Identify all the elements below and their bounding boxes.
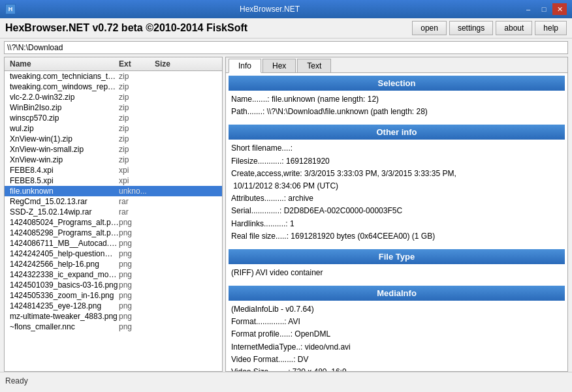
title-bar-title: HexBrowser.NET: [20, 5, 520, 14]
file-list-header: Name Ext Size: [5, 57, 222, 71]
file-name: 1424085024_Programs_alt.png: [5, 218, 119, 227]
info-line: Format.............: AVI: [231, 316, 562, 328]
col-ext-header: Ext: [119, 59, 155, 68]
info-line: Attributes.........: archive: [231, 192, 562, 205]
info-line: InternetMediaType..: video/vnd.avi: [231, 341, 562, 354]
file-name: tweaking.com_windows_repair_aio.zip: [5, 82, 119, 91]
file-ext: rar: [119, 207, 155, 217]
file-row[interactable]: wul.zip zip: [5, 123, 222, 134]
file-ext: png: [119, 301, 155, 310]
tab-text[interactable]: Text: [297, 59, 331, 72]
app-title: HexBrowser.NET v0.72 beta ©2010-2014 Fis…: [5, 22, 247, 34]
path-value: \\?\N:\Download: [7, 43, 63, 52]
file-row[interactable]: 1424085024_Programs_alt.png png: [5, 217, 222, 228]
tab-hex[interactable]: Hex: [262, 59, 296, 72]
close-button[interactable]: ✕: [552, 3, 567, 15]
file-ext: png: [119, 260, 155, 269]
col-name-header: Name: [5, 59, 119, 68]
info-line: Format profile.....: OpenDML: [231, 328, 562, 340]
file-row[interactable]: 1424505336_zoom_in-16.png png: [5, 290, 222, 301]
col-size-header: Size: [155, 59, 191, 68]
file-row[interactable]: tweaking.com_technicians_toolbox_port...…: [5, 71, 222, 82]
file-ext: zip: [119, 134, 155, 143]
file-name: file.unknown: [5, 187, 119, 196]
file-list-scroll[interactable]: tweaking.com_technicians_toolbox_port...…: [5, 71, 222, 371]
file-ext: png: [119, 312, 155, 321]
header-buttons: open settings about help: [412, 21, 567, 35]
file-row[interactable]: XnView-win.zip zip: [5, 155, 222, 165]
info-content[interactable]: SelectionName.......: file.unknown (name…: [226, 73, 567, 371]
file-ext: png: [119, 270, 155, 279]
info-line: Path.......: \\?\N:\Download\file.unknow…: [231, 106, 562, 118]
file-ext: zip: [119, 103, 155, 112]
info-line: 10/11/2012 8:34:06 PM (UTC): [231, 180, 562, 192]
about-button[interactable]: about: [496, 21, 532, 35]
file-row[interactable]: RegCmd_15.02.13.rar rar: [5, 196, 222, 207]
file-name: ~flons_cmaller.nnc: [5, 322, 119, 331]
tab-info[interactable]: Info: [229, 59, 261, 73]
file-ext: png: [119, 322, 155, 331]
file-ext: zip: [119, 72, 155, 81]
settings-button[interactable]: settings: [449, 21, 493, 35]
file-name: 1424086711_MB__Autocad.png: [5, 239, 119, 248]
file-row[interactable]: 1424085298_Programs_alt.png png: [5, 228, 222, 238]
file-row[interactable]: vlc-2.2.0-win32.zip zip: [5, 92, 222, 102]
path-bar[interactable]: \\?\N:\Download: [4, 41, 568, 54]
open-button[interactable]: open: [412, 21, 447, 35]
section-header-media-info: MediaInfo: [229, 286, 565, 301]
file-row[interactable]: tweaking.com_windows_repair_aio.zip zip: [5, 82, 222, 92]
file-row[interactable]: winscp570.zip zip: [5, 113, 222, 123]
file-row[interactable]: 1424322338_ic_expand_more_48px-16.... pn…: [5, 269, 222, 280]
file-row[interactable]: 1424501039_basics-03-16.png png: [5, 280, 222, 290]
file-name: 1424505336_zoom_in-16.png: [5, 291, 119, 300]
help-button[interactable]: help: [535, 21, 567, 35]
file-ext: zip: [119, 82, 155, 91]
file-row[interactable]: XnView-win-small.zip zip: [5, 144, 222, 155]
file-row[interactable]: FEBE8.4.xpi xpi: [5, 165, 222, 175]
file-ext: png: [119, 249, 155, 258]
section-header-selection: Selection: [229, 76, 565, 91]
info-line: Filesize...........: 1691281920: [231, 155, 562, 168]
info-line: Real file size.....: 1691281920 bytes (0…: [231, 230, 562, 243]
file-ext: xpi: [119, 176, 155, 185]
minimize-button[interactable]: –: [521, 3, 535, 15]
file-row[interactable]: 1424242405_help-questionmark-16.png png: [5, 249, 222, 259]
file-row[interactable]: 1424814235_eye-128.png png: [5, 301, 222, 311]
file-ext: png: [119, 228, 155, 237]
file-row[interactable]: 1424086711_MB__Autocad.png png: [5, 238, 222, 249]
file-row[interactable]: 1424242566_help-16.png png: [5, 259, 222, 269]
file-name: winscp570.zip: [5, 113, 119, 123]
file-name: 1424242405_help-questionmark-16.png: [5, 249, 119, 258]
file-row[interactable]: ~flons_cmaller.nnc png: [5, 322, 222, 332]
file-ext: zip: [119, 145, 155, 154]
section-header-other-info: Other info: [229, 125, 565, 140]
file-ext: zip: [119, 93, 155, 102]
file-name: XnView-win.zip: [5, 155, 119, 164]
status-bar: Ready: [0, 372, 572, 389]
file-name: XnView-win-small.zip: [5, 145, 119, 154]
file-row[interactable]: file.unknown unkno...: [5, 186, 222, 196]
maximize-button[interactable]: □: [537, 3, 551, 15]
file-row[interactable]: mz-ultimate-tweaker_4883.png png: [5, 311, 222, 322]
file-row[interactable]: XnView-win(1).zip zip: [5, 134, 222, 144]
file-ext: png: [119, 280, 155, 290]
file-name: 1424242566_help-16.png: [5, 260, 119, 269]
info-line: Video Format.......: DV: [231, 354, 562, 366]
file-name: 1424085298_Programs_alt.png: [5, 228, 119, 237]
file-name: 1424814235_eye-128.png: [5, 301, 119, 310]
file-ext: rar: [119, 197, 155, 206]
file-row[interactable]: WinBin2Iso.zip zip: [5, 102, 222, 113]
info-line: Serial.............: D2D8D6EA-002C0000-0…: [231, 205, 562, 217]
file-name: 1424501039_basics-03-16.png: [5, 280, 119, 290]
file-name: 1424322338_ic_expand_more_48px-16....: [5, 270, 119, 279]
status-text: Ready: [5, 376, 28, 385]
file-row[interactable]: FEBE8.5.xpi xpi: [5, 175, 222, 186]
main-content: Name Ext Size tweaking.com_technicians_t…: [4, 57, 568, 372]
info-line: Hardlinks..........: 1: [231, 218, 562, 230]
file-ext: png: [119, 291, 155, 300]
title-bar-icon: H: [5, 4, 16, 14]
info-line: Create,access,write: 3/3/2015 3:33:03 PM…: [231, 168, 562, 180]
file-name: RegCmd_15.02.13.rar: [5, 197, 119, 206]
file-name: mz-ultimate-tweaker_4883.png: [5, 312, 119, 321]
file-row[interactable]: SSD-Z_15.02.14wip.rar rar: [5, 207, 222, 217]
